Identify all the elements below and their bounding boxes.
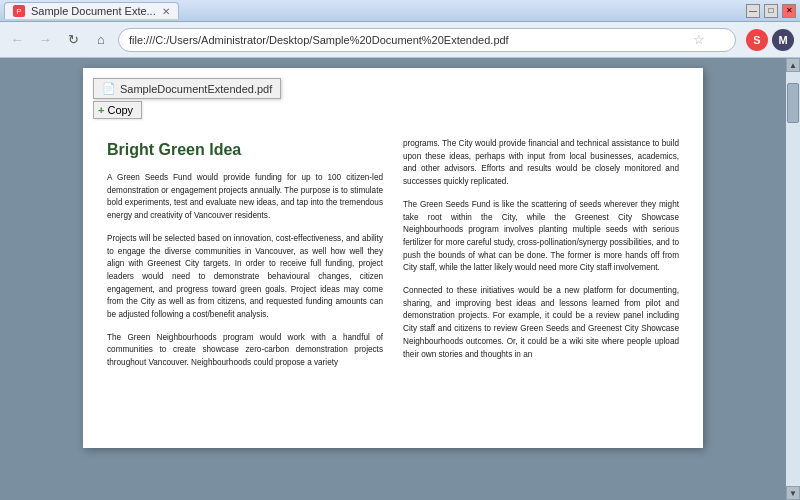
filename-box: 📄 SampleDocumentExtended.pdf <box>93 78 281 99</box>
pdf-para-2: Projects will be selected based on innov… <box>107 233 383 322</box>
minimize-btn[interactable]: — <box>746 4 760 18</box>
address-bar: ← → ↻ ⌂ file:///C:/Users/Administrator/D… <box>0 22 800 58</box>
pdf-para-1: A Green Seeds Fund would provide funding… <box>107 172 383 223</box>
copy-label: Copy <box>107 104 133 116</box>
scroll-track[interactable] <box>786 72 800 486</box>
url-text: file:///C:/Users/Administrator/Desktop/S… <box>129 34 693 46</box>
bookmark-icon[interactable]: ☆ <box>693 32 705 47</box>
extension-icon-2[interactable]: M <box>772 29 794 51</box>
back-btn[interactable]: ← <box>6 29 28 51</box>
tab-favicon: P <box>13 5 25 17</box>
title-bar-left: P Sample Document Exte... ✕ <box>4 2 179 19</box>
browser-tab[interactable]: P Sample Document Exte... ✕ <box>4 2 179 19</box>
pdf-viewer: 📄 SampleDocumentExtended.pdf + Copy Brig… <box>0 58 786 500</box>
tab-label: Sample Document Exte... <box>31 5 156 17</box>
pdf-page: 📄 SampleDocumentExtended.pdf + Copy Brig… <box>83 68 703 448</box>
scroll-down-btn[interactable]: ▼ <box>786 486 800 500</box>
pdf-content: Bright Green Idea A Green Seeds Fund wou… <box>107 138 679 380</box>
close-btn[interactable]: ✕ <box>782 4 796 18</box>
pdf-para-6: Connected to these initiatives would be … <box>403 285 679 361</box>
scroll-thumb[interactable] <box>787 83 799 123</box>
url-bar[interactable]: file:///C:/Users/Administrator/Desktop/S… <box>118 28 736 52</box>
browser-icons: S M <box>746 29 794 51</box>
tab-close-btn[interactable]: ✕ <box>162 6 170 17</box>
pdf-col-right: programs. The City would provide financi… <box>403 138 679 380</box>
pdf-file-icon: 📄 <box>102 82 116 95</box>
window-controls: — □ ✕ <box>746 4 796 18</box>
pdf-col-left: Bright Green Idea A Green Seeds Fund wou… <box>107 138 383 380</box>
refresh-btn[interactable]: ↻ <box>62 29 84 51</box>
title-bar: P Sample Document Exte... ✕ — □ ✕ <box>0 0 800 22</box>
pdf-title: Bright Green Idea <box>107 138 383 162</box>
main-area: 📄 SampleDocumentExtended.pdf + Copy Brig… <box>0 58 800 500</box>
home-btn[interactable]: ⌂ <box>90 29 112 51</box>
pdf-para-4: programs. The City would provide financi… <box>403 138 679 189</box>
plus-icon: + <box>98 104 104 116</box>
scroll-up-btn[interactable]: ▲ <box>786 58 800 72</box>
scrollbar[interactable]: ▲ ▼ <box>786 58 800 500</box>
filename-popup: 📄 SampleDocumentExtended.pdf + Copy <box>93 78 281 119</box>
filename-text: SampleDocumentExtended.pdf <box>120 83 272 95</box>
pdf-para-5: The Green Seeds Fund is like the scatter… <box>403 199 679 275</box>
maximize-btn[interactable]: □ <box>764 4 778 18</box>
pdf-para-3: The Green Neighbourhoods program would w… <box>107 332 383 370</box>
forward-btn[interactable]: → <box>34 29 56 51</box>
copy-button[interactable]: + Copy <box>93 101 142 119</box>
extension-icon-1[interactable]: S <box>746 29 768 51</box>
